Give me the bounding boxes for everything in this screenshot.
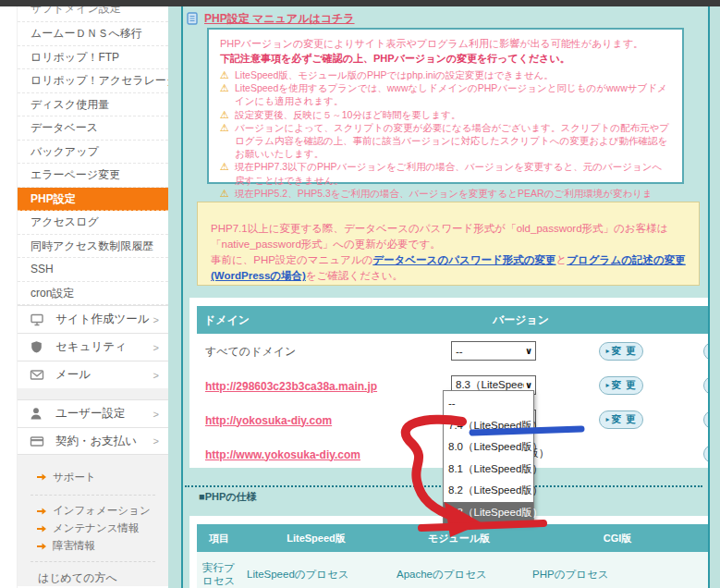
sidebar-group-shield[interactable]: セキュリティ> [18, 333, 168, 361]
warning-triangle-icon: ⚠ [220, 187, 229, 200]
sidebar-group-mail[interactable]: メール> [18, 361, 168, 388]
warning-text: バージョンによって、スクリプトの変更が必要になる場合がございます。スクリプトの配… [235, 122, 669, 159]
sidebar-item-label: cron設定 [31, 287, 74, 300]
sidebar-group-label: 契約・お支払い [55, 434, 137, 449]
warning-triangle-icon: ⚠ [220, 81, 229, 94]
chevron-right-icon: > [153, 370, 159, 381]
sidebar-item-label: サブドメイン設定 [31, 6, 168, 21]
sidebar-link-label: インフォメーション [53, 504, 151, 518]
warning-triangle-icon: ⚠ [220, 68, 229, 81]
db-notice-text: をご確認ください。 [306, 270, 403, 281]
domain-link[interactable]: http://yokosuka-diy.com [198, 414, 332, 427]
sidebar-item-menu[interactable]: アクセスログ [18, 211, 168, 235]
db-password-change-link[interactable]: データベースのパスワード形式の変更 [372, 254, 555, 265]
warning-item: ⚠設定変更後、反映に５～10分ほど時間を要します。 [220, 108, 671, 121]
sidebar-item-label: ムームーＤＮＳへ移行 [31, 27, 142, 40]
sidebar-info-links: インフォメーションメンテナンス情報障害情報 [18, 502, 168, 555]
spec-row: 実行プロセスLiteSpeedのプロセスApacheのプロセスPHPのプロセス [197, 552, 708, 588]
spec-header-cell: 項目 [197, 524, 241, 552]
dropdown-option[interactable]: 8.2（LiteSpeed版） [444, 480, 533, 502]
spec-header-row: 項目LiteSpeed版モジュール版CGI版 [197, 524, 708, 552]
phpini-setting-button[interactable]: 設 定 [703, 342, 710, 361]
sidebar-group-card[interactable]: 契約・お支払い> [18, 427, 168, 455]
spec-cell: LiteSpeedのプロセス [241, 552, 391, 588]
sidebar-item-menu[interactable]: データベース [18, 116, 168, 141]
warning-triangle-icon: ⚠ [220, 121, 229, 134]
sidebar-group-monitor[interactable]: サイト作成ツール> [18, 305, 168, 333]
monitor-icon [30, 312, 48, 326]
header-version: バージョン [450, 306, 702, 334]
sidebar: サブドメイン設定ムームーＤＮＳへ移行ロリポップ！FTPロリポップ！アクセラレータ… [0, 6, 168, 588]
top-dark-bar [0, 0, 720, 6]
manual-link-row: PHP設定 マニュアルはコチラ [187, 9, 355, 28]
change-version-button[interactable]: 変 更 [599, 342, 643, 361]
warning-text: 設定変更後、反映に５～10分ほど時間を要します。 [235, 109, 460, 120]
dropdown-option[interactable]: 8.1（LiteSpeed版） [444, 459, 533, 481]
dropdown-option[interactable]: 8.0（LiteSpeed版） [444, 436, 533, 459]
php-manual-link[interactable]: PHP設定 マニュアルはコチラ [204, 11, 355, 27]
version-cell: --∨変 更 [451, 341, 702, 361]
sidebar-link-support[interactable]: サポート [18, 466, 168, 488]
sidebar-groups: サイト作成ツール>セキュリティ>メール>ユーザー設定>契約・お支払い> [18, 305, 168, 455]
db-notice-text: 事前に、PHP設定のマニュアルの [211, 254, 372, 265]
domain-link[interactable]: http://298603c23b3ca38a.main.jp [198, 380, 377, 393]
phpini-setting-button[interactable]: 設 定 [703, 410, 710, 429]
sidebar-link-info[interactable]: インフォメーション [18, 502, 168, 520]
spec-cell: PHPのプロセス [527, 552, 708, 588]
header-domain: ドメイン [197, 306, 450, 334]
sidebar-inner: サブドメイン設定ムームーＤＮＳへ移行ロリポップ！FTPロリポップ！アクセラレータ… [17, 6, 168, 588]
dropdown-option[interactable]: 7.4（LiteSpeed版） [444, 415, 533, 437]
sidebar-item-menu[interactable]: バックアップ [18, 141, 168, 165]
warning-text: LiteSpeed版、モジュール版のPHPではphp.iniの設定変更はできませ… [235, 69, 554, 80]
version-dropdown-open[interactable]: --7.4（LiteSpeed版）8.0（LiteSpeed版）8.1（Lite… [443, 390, 534, 524]
dropdown-option[interactable]: 8.3（LiteSpeed版） [444, 502, 533, 524]
divider [31, 561, 155, 562]
arrow-right-icon [36, 524, 47, 533]
sidebar-link-info[interactable]: メンテナンス情報 [18, 520, 168, 537]
document-icon [187, 12, 199, 26]
change-version-button[interactable]: 変 更 [599, 410, 643, 429]
sidebar-link-label: 障害情報 [53, 539, 95, 553]
warning-item: ⚠LiteSpeed版、モジュール版のPHPではphp.iniの設定変更はできま… [220, 68, 671, 81]
sidebar-item-menu[interactable]: ロリポップ！アクセラレータ [18, 69, 168, 93]
chevron-right-icon: > [153, 314, 159, 325]
dropdown-option[interactable]: -- [444, 393, 533, 415]
php-spec-table-block: 項目LiteSpeed版モジュール版CGI版 実行プロセスLiteSpeedのプ… [189, 516, 708, 588]
sidebar-item-menu[interactable]: SSH [18, 258, 168, 282]
warning-text: 現在PHP7.3以下のPHPバージョンをご利用の場合、バージョンを変更すると、元… [235, 161, 662, 185]
select-arrow-icon: ∨ [524, 380, 535, 390]
warning-item: ⚠バージョンによって、スクリプトの変更が必要になる場合がございます。スクリプトの… [220, 121, 671, 161]
sidebar-item-label: 同時アクセス数制限履歴 [31, 239, 153, 252]
db-password-notice: PHP7.1以上に変更する際、データベースのパスワード形式が「old_passw… [197, 202, 700, 286]
sidebar-gap [18, 388, 168, 399]
warning-intro: PHPバージョンの変更によりサイト表示やプログラム利用に影響が出る可能性がありま… [220, 36, 671, 51]
domain-link[interactable]: http://www.yokosuka-diy.com [198, 448, 360, 461]
arrow-right-icon [36, 507, 47, 516]
sidebar-item-menu[interactable]: cron設定 [18, 282, 168, 306]
version-select[interactable]: --∨ [451, 341, 536, 361]
sidebar-item-menu[interactable]: 同時アクセス数制限履歴 [18, 235, 168, 259]
change-version-button[interactable]: 変 更 [599, 376, 643, 395]
spec-header-cell: モジュール版 [391, 524, 527, 552]
user-icon [30, 407, 48, 421]
sidebar-item-php-settings-active[interactable]: PHP設定 [18, 188, 168, 212]
sidebar-link-info[interactable]: 障害情報 [18, 537, 168, 555]
phpini-setting-button[interactable]: 設 定 [703, 445, 710, 463]
spec-cell: Apacheのプロセス [391, 552, 527, 588]
sidebar-item-menu[interactable]: ムームーＤＮＳへ移行 [18, 22, 168, 46]
sidebar-item-label: エラーページ変更 [31, 168, 120, 181]
sidebar-item-menu[interactable]: ディスク使用量 [18, 93, 168, 117]
warning-text: LiteSpeedを使用するプランでは、wwwなしドメインのPHPバージョンと同… [235, 82, 667, 106]
sidebar-item-menu[interactable]: サブドメイン設定 [18, 6, 168, 22]
sidebar-link-beginners[interactable]: はじめての方へ [18, 570, 168, 586]
sidebar-item-label: ロリポップ！アクセラレータ [31, 74, 168, 87]
sidebar-item-menu[interactable]: エラーページ変更 [18, 164, 168, 188]
divider [31, 495, 155, 496]
warning-item: ⚠LiteSpeedを使用するプランでは、wwwなしドメインのPHPバージョンと… [220, 81, 671, 107]
card-icon [30, 435, 48, 447]
phpini-setting-button[interactable]: 設 定 [703, 376, 710, 395]
sidebar-link-label: メンテナンス情報 [53, 521, 140, 535]
sidebar-item-menu[interactable]: ロリポップ！FTP [18, 46, 168, 70]
sidebar-menu: サブドメイン設定ムームーＤＮＳへ移行ロリポップ！FTPロリポップ！アクセラレータ… [18, 6, 168, 305]
sidebar-group-user[interactable]: ユーザー設定> [18, 399, 168, 427]
